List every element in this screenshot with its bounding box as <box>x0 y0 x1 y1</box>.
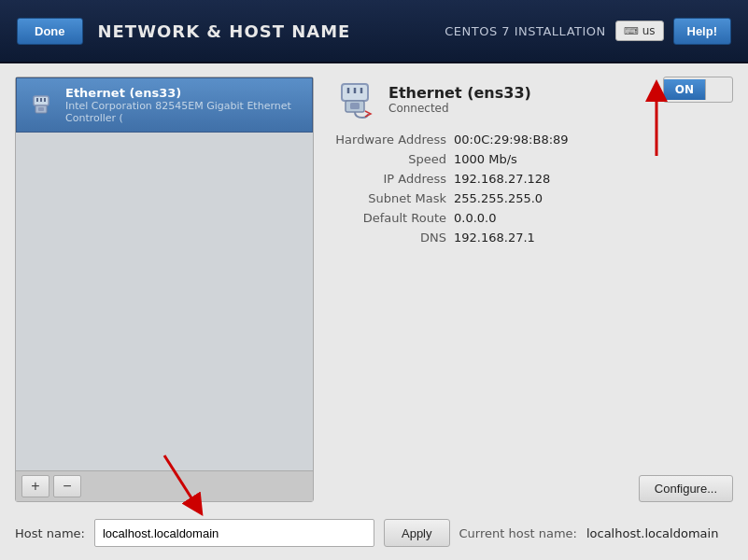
done-button[interactable]: Done <box>17 18 83 45</box>
svg-rect-11 <box>350 103 360 109</box>
interface-item[interactable]: Ethernet (ens33) Intel Corporation 82545… <box>16 77 313 133</box>
keyboard-widget[interactable]: ⌨ us <box>615 21 664 41</box>
details-panel: Ethernet (ens33) Connected ON <box>332 77 733 502</box>
toggle-container[interactable]: ON <box>663 77 733 103</box>
header-right: CENTOS 7 INSTALLATION ⌨ us Help! <box>445 18 731 45</box>
interface-name: Ethernet (ens33) <box>65 86 303 100</box>
interface-desc: Intel Corporation 82545EM Gigabit Ethern… <box>65 100 303 124</box>
hardware-address-value: 00:0C:29:98:B8:89 <box>454 133 569 147</box>
default-route-value: 0.0.0.0 <box>454 211 496 225</box>
interface-panel: Ethernet (ens33) Intel Corporation 82545… <box>15 77 314 502</box>
svg-rect-5 <box>38 107 44 111</box>
interface-item-info: Ethernet (ens33) Intel Corporation 82545… <box>65 86 303 124</box>
hostname-area-wrapper: Host name: Apply Current host name: loca… <box>15 502 733 547</box>
content-area: Ethernet (ens33) Intel Corporation 82545… <box>15 77 733 502</box>
default-route-label: Default Route <box>332 211 454 225</box>
interface-buttons: + − <box>16 470 313 501</box>
ip-address-label: IP Address <box>332 172 454 186</box>
help-button[interactable]: Help! <box>673 18 732 45</box>
ip-address-value: 192.168.27.128 <box>454 172 550 186</box>
speed-value: 1000 Mb/s <box>454 152 517 166</box>
apply-button[interactable]: Apply <box>384 519 450 547</box>
header-left: Done NETWORK & HOST NAME <box>17 18 350 45</box>
bottom-bar: Host name: Apply Current host name: loca… <box>15 510 733 547</box>
remove-interface-button[interactable]: − <box>53 475 81 497</box>
interface-list: Ethernet (ens33) Intel Corporation 82545… <box>16 77 313 470</box>
page-title: NETWORK & HOST NAME <box>98 21 351 41</box>
add-interface-button[interactable]: + <box>21 475 49 497</box>
hardware-address-label: Hardware Address <box>332 133 454 147</box>
detail-row-route: Default Route 0.0.0.0 <box>332 211 733 225</box>
subnet-mask-value: 255.255.255.0 <box>454 191 543 205</box>
detail-row-subnet: Subnet Mask 255.255.255.0 <box>332 191 733 205</box>
details-title: Ethernet (ens33) <box>388 84 531 102</box>
hostname-input[interactable] <box>94 519 374 547</box>
keyboard-icon: ⌨ <box>624 25 639 37</box>
details-title-group: Ethernet (ens33) Connected <box>388 84 531 115</box>
dns-label: DNS <box>332 231 454 245</box>
speed-label: Speed <box>332 152 454 166</box>
detail-row-speed: Speed 1000 Mb/s <box>332 152 733 166</box>
ethernet-icon <box>26 91 56 120</box>
configure-button[interactable]: Configure... <box>639 475 733 502</box>
main-content: Ethernet (ens33) Intel Corporation 82545… <box>0 63 748 560</box>
ethernet-details-icon <box>332 77 377 121</box>
current-hostname-label: Current host name: <box>459 526 577 540</box>
detail-row-dns: DNS 192.168.27.1 <box>332 231 733 245</box>
centos-label: CENTOS 7 INSTALLATION <box>445 24 606 38</box>
details-status: Connected <box>388 102 531 115</box>
details-header: Ethernet (ens33) Connected ON <box>332 77 733 121</box>
detail-row-ip: IP Address 192.168.27.128 <box>332 172 733 186</box>
details-table: Hardware Address 00:0C:29:98:B8:89 Speed… <box>332 133 733 502</box>
hostname-label: Host name: <box>15 526 85 540</box>
current-hostname-value: localhost.localdomain <box>586 526 718 540</box>
detail-row-hardware: Hardware Address 00:0C:29:98:B8:89 <box>332 133 733 147</box>
details-header-left: Ethernet (ens33) Connected <box>332 77 531 121</box>
header: Done NETWORK & HOST NAME CENTOS 7 INSTAL… <box>0 0 748 63</box>
keyboard-lang: us <box>642 24 656 37</box>
dns-value: 192.168.27.1 <box>454 231 535 245</box>
toggle-on-label: ON <box>664 79 706 100</box>
subnet-mask-label: Subnet Mask <box>332 191 454 205</box>
